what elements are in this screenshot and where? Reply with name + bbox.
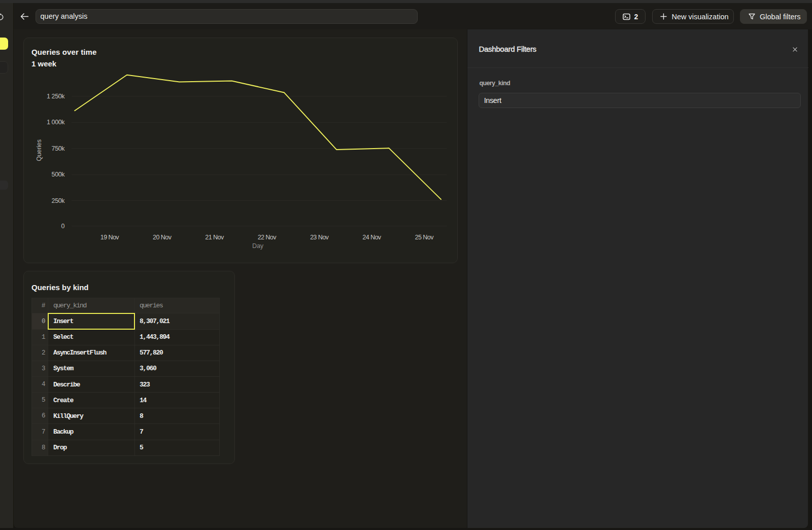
svg-text:23 Nov: 23 Nov — [310, 234, 329, 241]
svg-text:0: 0 — [61, 223, 65, 230]
svg-text:19 Nov: 19 Nov — [100, 234, 120, 241]
svg-text:1 000k: 1 000k — [47, 119, 65, 126]
svg-text:22 Nov: 22 Nov — [258, 234, 277, 241]
svg-text:750k: 750k — [52, 145, 65, 152]
svg-text:24 Nov: 24 Nov — [362, 234, 382, 241]
svg-text:Day: Day — [252, 242, 264, 250]
svg-text:250k: 250k — [52, 197, 65, 204]
svg-text:Queries: Queries — [36, 139, 43, 161]
svg-text:21 Nov: 21 Nov — [205, 234, 224, 241]
svg-text:25 Nov: 25 Nov — [415, 234, 434, 241]
svg-text:20 Nov: 20 Nov — [153, 234, 172, 241]
svg-text:1 250k: 1 250k — [47, 93, 65, 100]
svg-text:500k: 500k — [52, 171, 65, 179]
